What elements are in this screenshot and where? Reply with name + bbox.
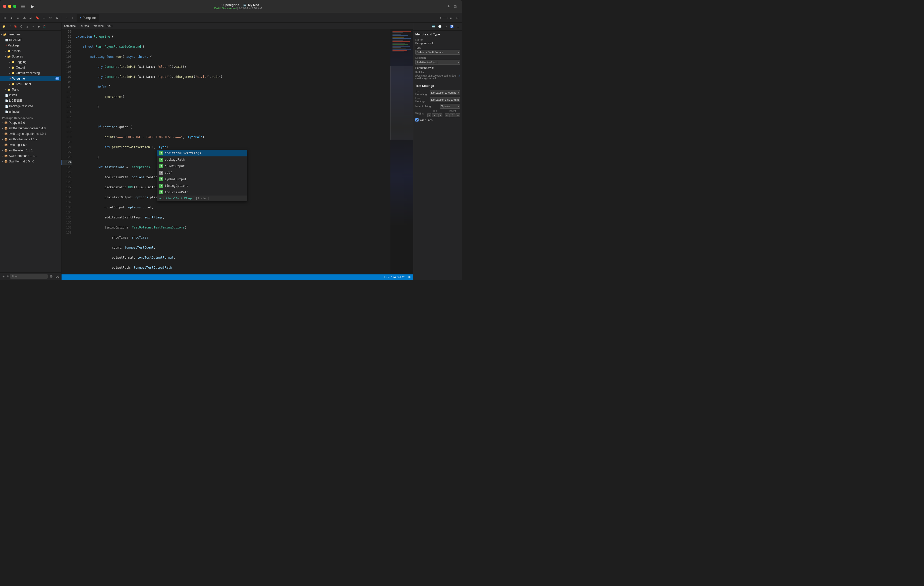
sidebar-item-peregrine-file[interactable]: 𝒮 Peregrine M [0,76,61,81]
text-encoding-select[interactable]: No Explicit Encoding [430,90,460,95]
ac-item-additionalswiftflags[interactable]: V additionalSwiftFlags [157,150,247,157]
name-value: Peregrine.swift [415,42,460,45]
indent-width-increment[interactable]: + [456,113,460,117]
sidebar-item-assets[interactable]: ▸ 📁 assets [0,48,61,54]
indent-using-select[interactable]: Spaces [440,104,460,109]
indent-width-decrement[interactable]: − [445,113,449,117]
code-structure-icon[interactable]: ≡ [448,15,454,21]
ac-item-toolchainpath[interactable]: V toolchainPath [157,189,247,196]
filter-icon[interactable]: ⊘ [48,15,53,21]
file-value: Peregrine.swift [415,66,460,69]
add-file-button[interactable]: + [2,274,5,279]
dep-argument-parser[interactable]: ▸ 📦 swift-argument-parser 1.4.0 [0,125,61,131]
fullscreen-button[interactable] [13,5,16,8]
file-field-row: Peregrine.swift [415,66,460,69]
line-numbers: 50 51 76 101 102 103 104 105 106 107 108… [61,29,74,274]
nav-forward-button[interactable]: › [70,15,76,21]
tab-width-decrement[interactable]: − [427,113,431,117]
ac-icon-timingoptions: V [159,184,163,188]
breadcrumb-sources[interactable]: Sources [79,24,89,27]
navigator-icon[interactable]: ⊞ [2,15,8,21]
add-tab-button[interactable]: + [446,4,452,9]
breadcrumb-run[interactable]: run() [107,24,112,27]
sidebar-item-package-resolved[interactable]: 📄 Package.resolved [0,104,61,109]
more-icon[interactable]: … [455,24,460,29]
sidebar-git-status-button[interactable]: ⎇ [55,274,60,279]
settings-icon[interactable]: ⚙ [54,15,60,21]
sidebar-find-icon[interactable]: ⌕ [25,24,30,29]
dep-swiftcommand[interactable]: ▸ 📦 SwiftCommand 1.4.1 [0,153,61,158]
breadcrumb-root[interactable]: peregrine [64,24,76,27]
dep-swiftformat[interactable]: ▸ 📦 SwiftFormat 0.54.0 [0,158,61,164]
ac-item-quietoutput[interactable]: V quietOutput [157,163,247,170]
widths-row: Widths Tab − 4 + Indent [415,110,460,117]
sidebar-item-testrunner[interactable]: ▸ 📁 TestRunner [0,81,61,87]
full-path-field-row: Full Path /Users/garrettmoseke/peregrine… [415,71,460,80]
line-endings-select[interactable]: No Explicit Line Endings [430,97,460,102]
split-editor-button[interactable]: ⊡ [452,4,459,9]
location-select[interactable]: Relative to Group [415,60,460,65]
ac-item-packagepath[interactable]: V packagePath [157,157,247,163]
minimap-viewport[interactable] [391,66,413,140]
project-info: ⬡ peregrine › 💻 My Mac Build Succeeded |… [36,3,444,10]
ac-item-timingoptions[interactable]: V timingOptions [157,183,247,189]
close-button[interactable] [3,5,6,8]
sidebar-item-license[interactable]: 📄 LICENSE [0,98,61,104]
dep-collections[interactable]: ▸ 📦 swift-collections 1.1.2 [0,137,61,142]
ac-icon-additionalswiftflags: V [159,151,163,155]
assistant-editor-icon[interactable]: ⟵⟶ [441,15,447,21]
minimize-button[interactable] [8,5,11,8]
dep-log[interactable]: ▸ 📦 swift-log 1.5.4 [0,142,61,148]
sidebar-item-tests[interactable]: ▸ 📁 Tests [0,87,61,92]
sidebar-item-logging[interactable]: ▸ 📁 Logging [0,59,61,65]
sidebar-item-peregrine[interactable]: ▾ 📂 peregrine [0,31,61,37]
sidebar-item-uninstall[interactable]: 📄 uninstall [0,109,61,114]
search-icon[interactable]: ⌕ [15,15,21,21]
quick-help-icon[interactable]: ? [444,24,449,29]
dep-system[interactable]: ▸ 📦 swift-system 1.3.1 [0,148,61,153]
sidebar-item-sources[interactable]: ▾ 📂 Sources [0,54,61,59]
autocomplete-dropdown[interactable]: V additionalSwiftFlags V packagePath V q… [157,150,248,201]
canvas-icon[interactable]: □ [454,15,460,21]
dep-puppy[interactable]: ▸ 📦 Puppy 0.7.0 [0,120,61,125]
full-path-link-icon[interactable]: ⤴ [459,74,460,78]
warnings-icon[interactable]: ⚠ [21,15,27,21]
minimap[interactable] [391,29,413,274]
breakpoint-icon2[interactable]: ⬡ [41,15,47,21]
history-icon[interactable]: 🕐 [437,24,442,29]
run-button[interactable]: ▶ [29,4,36,9]
dep-async-algorithms[interactable]: ▸ 📦 swift-async-algorithms 1.0.1 [0,131,61,137]
filter-input[interactable] [10,274,48,279]
line-endings-select-wrapper: No Explicit Line Endings [430,97,460,102]
sidebar-tests-icon[interactable]: ◈ [36,24,41,29]
type-select[interactable]: Default - Swift Source [415,50,460,55]
ac-item-self[interactable]: V self [157,170,247,176]
tab-width-value: 4 [432,113,438,117]
sidebar-bookmarks-icon[interactable]: 🔖 [13,24,18,29]
sidebar-toggle-button[interactable] [19,4,27,9]
bookmark-icon[interactable]: 🔖 [35,15,40,21]
breadcrumb-peregrine[interactable]: Peregrine [92,24,104,27]
sidebar-files-icon[interactable]: 📁 [2,24,7,29]
breakpoints-icon[interactable]: ◈ [8,15,14,21]
sidebar-item-outputprocessing[interactable]: ▸ 📁 OutputProcessing [0,70,61,76]
wrap-lines-checkbox[interactable] [415,118,419,122]
sidebar-breakpoints-icon[interactable]: ⬡ [19,24,24,29]
accessibility-icon[interactable]: ♿ [449,24,454,29]
active-tab[interactable]: ● Peregrine [77,14,99,21]
sidebar-options-button[interactable]: ⚙ [49,274,53,279]
sidebar-item-readme[interactable]: 📄 README [0,37,61,43]
nav-back-button[interactable]: ‹ [64,15,69,21]
ac-item-symboloutput[interactable]: V symbolOutput [157,176,247,183]
wrap-lines-label: Wrap lines [419,119,432,122]
identity-type-icon[interactable]: 🪪 [431,24,436,29]
tab-width-increment[interactable]: + [438,113,442,117]
sidebar-git-icon[interactable]: ⎇ [7,24,12,29]
sidebar-item-install[interactable]: 📄 install [0,92,61,98]
build-status: Build Succeeded | 7/24/24 at 1:59 AM [214,7,262,10]
sidebar-warnings-icon[interactable]: ⚠ [30,24,35,29]
sidebar-item-output[interactable]: ▸ 📁 Output [0,65,61,70]
sidebar-devices-icon[interactable]: 📱 [42,24,47,29]
git-icon[interactable]: ⎇ [28,15,34,21]
sidebar-item-package[interactable]: 𝒮 Package [0,43,61,48]
